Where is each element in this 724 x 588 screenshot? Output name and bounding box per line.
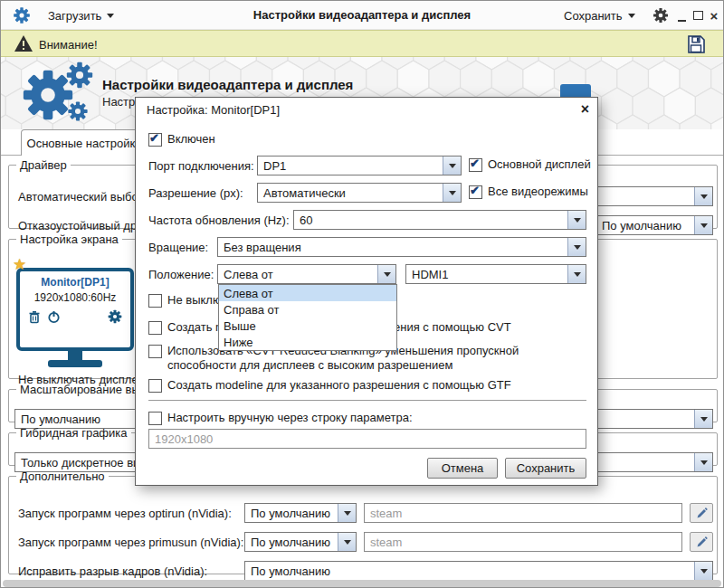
monitor-stand-neck bbox=[68, 351, 82, 360]
warning-text: Внимание! bbox=[39, 38, 98, 52]
checkbox-box bbox=[148, 379, 162, 393]
cancel-button[interactable]: Отмена bbox=[427, 458, 498, 479]
pencil-icon bbox=[696, 507, 708, 519]
app-window: Загрузить Настройки видеоадаптера и дисп… bbox=[0, 0, 724, 588]
settings-gear-button[interactable] bbox=[653, 7, 669, 24]
position-dropdown-list: Слева от Справа от Выше Ниже bbox=[218, 284, 397, 351]
save-file-icon[interactable] bbox=[685, 33, 707, 55]
chevron-down-icon bbox=[628, 14, 635, 18]
monitor-mode: 1920x1080:60Hz bbox=[34, 291, 117, 304]
chevron-down-icon bbox=[694, 187, 712, 205]
rotation-select[interactable]: Без вращения bbox=[217, 237, 586, 257]
chevron-down-icon bbox=[377, 265, 395, 283]
minimize-button[interactable] bbox=[674, 1, 689, 30]
titlebar: Загрузить Настройки видеоадаптера и дисп… bbox=[1, 1, 723, 30]
monitor-stand-base bbox=[48, 360, 102, 367]
horizontal-scrollbar[interactable] bbox=[3, 580, 721, 587]
tab-label: Основные настройки bbox=[27, 137, 142, 150]
chevron-down-icon bbox=[567, 238, 586, 256]
manual-checkbox[interactable]: Настроить вручную через строку параметра… bbox=[148, 411, 413, 425]
position-target-select[interactable]: HDMI1 bbox=[405, 264, 586, 284]
resolution-value: Автоматически bbox=[258, 184, 443, 202]
optirun-value: По умолчанию bbox=[245, 504, 338, 522]
monitor-widget[interactable]: Monitor[DP1] 1920x1080:60Hz bbox=[16, 268, 134, 351]
primusun-edit-button[interactable] bbox=[690, 532, 713, 552]
load-menu-label: Загрузить bbox=[48, 9, 101, 23]
optirun-select[interactable]: По умолчанию bbox=[244, 503, 357, 523]
dropdown-option[interactable]: Выше bbox=[219, 318, 396, 334]
load-menu-button[interactable]: Загрузить bbox=[48, 1, 114, 30]
enabled-checkbox[interactable]: Включен bbox=[148, 132, 215, 147]
screen-group-title: Настройка экрана bbox=[16, 232, 122, 246]
minimize-icon bbox=[678, 10, 686, 22]
rotation-label: Вращение: bbox=[148, 241, 208, 254]
gtf-checkbox[interactable]: Создать modeline для указанного разрешен… bbox=[148, 378, 511, 393]
all-modes-checkbox[interactable]: Все видеорежимы bbox=[469, 185, 588, 199]
power-monitor-icon[interactable] bbox=[47, 310, 61, 324]
monitor-settings-gear-icon[interactable] bbox=[108, 309, 122, 324]
refresh-value: 60 bbox=[294, 211, 567, 229]
refresh-select[interactable]: 60 bbox=[293, 210, 586, 230]
dropdown-option[interactable]: Ниже bbox=[219, 334, 396, 350]
maximize-button[interactable] bbox=[691, 1, 705, 30]
save-menu-button[interactable]: Сохранить bbox=[564, 1, 635, 30]
chevron-down-icon bbox=[338, 533, 356, 551]
pencil-icon bbox=[696, 536, 708, 548]
dialog-separator bbox=[148, 400, 586, 401]
checkbox-box bbox=[469, 185, 482, 199]
cancel-button-label: Отмена bbox=[442, 461, 484, 475]
optirun-label: Запуск программ через optirun (nVidia): bbox=[18, 507, 232, 520]
chevron-down-icon bbox=[694, 453, 712, 471]
rotation-value: Без вращения bbox=[218, 238, 567, 256]
dialog-title: Настройка: Monitor[DP1] bbox=[147, 103, 280, 117]
tearing-select[interactable]: По умолчанию bbox=[244, 561, 713, 581]
page-title: Настройки видеоадаптера и дисплея bbox=[102, 77, 353, 92]
chevron-down-icon bbox=[107, 14, 114, 18]
checkbox-box bbox=[148, 412, 162, 425]
chevron-down-icon bbox=[338, 504, 356, 522]
checkbox-box bbox=[148, 345, 162, 358]
primusun-label: Запуск программ через primusun (nVidia): bbox=[18, 536, 243, 549]
monitor-name: Monitor[DP1] bbox=[41, 276, 109, 289]
position-select[interactable]: Слева от bbox=[217, 264, 396, 284]
app-gear-icon bbox=[13, 6, 31, 24]
warning-bar: Внимание! bbox=[1, 30, 723, 57]
tearing-label: Исправить разрыв кадров (nVidia): bbox=[18, 564, 207, 578]
chevron-down-icon bbox=[694, 562, 712, 580]
chevron-down-icon bbox=[567, 265, 586, 283]
chevron-down-icon bbox=[567, 211, 586, 229]
primary-display-checkbox[interactable]: Основной дисплей bbox=[469, 157, 591, 172]
warning-icon bbox=[14, 34, 33, 52]
tearing-value: По умолчанию bbox=[245, 562, 694, 580]
position-label: Положение: bbox=[148, 268, 214, 281]
primary-display-label: Основной дисплей bbox=[488, 157, 591, 172]
chevron-down-icon bbox=[694, 216, 712, 234]
driver-failsafe-value: По умолчанию bbox=[596, 216, 694, 234]
port-select[interactable]: DP1 bbox=[257, 156, 462, 175]
manual-modeline-input[interactable] bbox=[148, 429, 586, 449]
optirun-edit-button[interactable] bbox=[690, 503, 713, 523]
dropdown-option-selected[interactable]: Слева от bbox=[219, 285, 396, 301]
resolution-select[interactable]: Автоматически bbox=[257, 183, 462, 203]
chevron-down-icon bbox=[443, 184, 461, 202]
tab-main-settings[interactable]: Основные настройки bbox=[21, 129, 148, 156]
dropdown-option[interactable]: Справа от bbox=[219, 301, 396, 318]
primusun-select[interactable]: По умолчанию bbox=[244, 532, 357, 552]
optirun-command-input[interactable] bbox=[364, 503, 682, 523]
close-button[interactable]: × bbox=[707, 1, 721, 30]
save-menu-label: Сохранить bbox=[564, 9, 623, 23]
dialog-save-button[interactable]: Сохранить bbox=[505, 458, 586, 479]
resolution-label: Разрешение (px): bbox=[148, 186, 243, 200]
driver-auto-select[interactable] bbox=[595, 186, 713, 206]
checkbox-box bbox=[148, 133, 162, 147]
monitor-settings-dialog: Настройка: Monitor[DP1] × Включен Порт п… bbox=[135, 97, 598, 486]
chevron-down-icon bbox=[443, 156, 461, 175]
delete-monitor-icon[interactable] bbox=[28, 310, 41, 324]
position-target-value: HDMI1 bbox=[406, 265, 567, 283]
checkbox-box bbox=[148, 294, 162, 308]
port-label: Порт подключения: bbox=[148, 159, 254, 173]
primusun-command-input[interactable] bbox=[364, 532, 682, 552]
dialog-close-button[interactable]: × bbox=[581, 101, 589, 118]
checkbox-box bbox=[469, 158, 482, 172]
driver-group-title: Драйвер bbox=[16, 158, 71, 172]
